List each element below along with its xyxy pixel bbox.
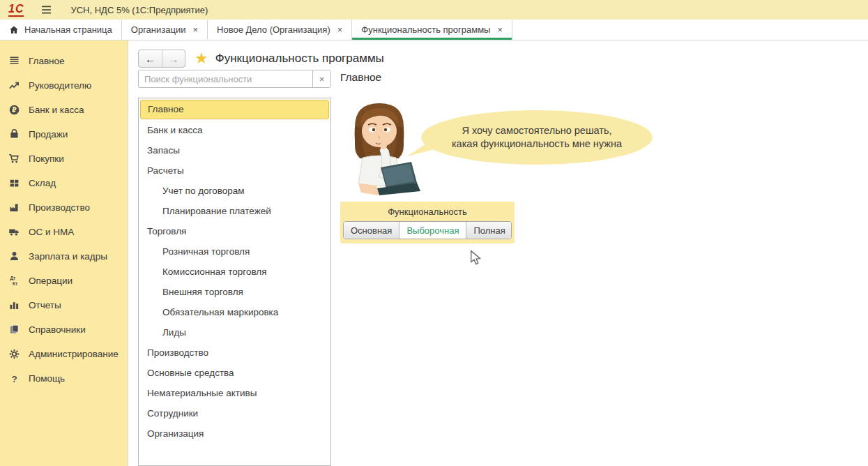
- sidebar-item-label: Склад: [29, 178, 56, 188]
- tab-label: Организации: [131, 24, 186, 35]
- tab-close-icon[interactable]: ×: [497, 25, 503, 34]
- home-icon: [9, 25, 19, 35]
- main-menu-icon[interactable]: [40, 5, 52, 15]
- speech-bubble-line2: какая функциональность мне нужна: [452, 137, 622, 151]
- app-window: 1С УСН, НДС 5% (1С:Предприятие) Начальна…: [0, 0, 868, 466]
- sidebar-item-label: Операции: [29, 276, 73, 286]
- tab-label: Новое Дело (Организация): [217, 24, 330, 35]
- sidebar-item-salary-hr[interactable]: Зарплата и кадры: [0, 244, 128, 269]
- sidebar: ГлавноеРуководителю₽Банк и кассаПродажиП…: [0, 40, 128, 466]
- list-item[interactable]: Главное: [140, 100, 329, 119]
- list-item[interactable]: Розничная торговля: [139, 241, 330, 262]
- sidebar-item-label: Справочники: [29, 324, 86, 335]
- cart-icon: [8, 153, 20, 165]
- sidebar-item-warehouse[interactable]: Склад: [0, 171, 128, 195]
- list-item[interactable]: Запасы: [139, 140, 330, 160]
- assistant-character-illustration: [337, 99, 421, 204]
- functionality-panel: Функциональность ОсновнаяВыборочнаяПолна…: [340, 202, 515, 243]
- sidebar-item-operations[interactable]: ДтКтОперации: [0, 269, 128, 293]
- svg-text:₽: ₽: [12, 106, 17, 114]
- list-item[interactable]: Комиссионная торговля: [139, 262, 330, 282]
- sidebar-item-help[interactable]: ?Помощь: [0, 366, 128, 391]
- tab-close-icon[interactable]: ×: [337, 25, 343, 34]
- list-item[interactable]: Лиды: [139, 322, 330, 343]
- sidebar-item-manager[interactable]: Руководителю: [0, 73, 128, 98]
- sidebar-item-purchases[interactable]: Покупки: [0, 146, 128, 171]
- speech-bubble: Я хочу самостоятельно решать, какая функ…: [421, 110, 653, 165]
- main-panel: ← → ★ Функциональность программы × Главн…: [128, 40, 868, 466]
- history-nav-group: ← →: [138, 50, 185, 68]
- page-title: Функциональность программы: [215, 52, 384, 66]
- list-item[interactable]: Сотрудники: [139, 403, 330, 423]
- list-item[interactable]: Учет по договорам: [139, 181, 330, 201]
- tab-functionality[interactable]: Функциональность программы×: [352, 20, 512, 40]
- menu-icon: [8, 55, 20, 67]
- list-item[interactable]: Нематериальные активы: [139, 383, 330, 403]
- list-item[interactable]: Обязательная маркировка: [139, 302, 330, 322]
- tab-new-deal[interactable]: Новое Дело (Организация)×: [208, 20, 352, 40]
- sidebar-item-bank-cash[interactable]: ₽Банк и касса: [0, 98, 128, 122]
- navigation-row: ← → ★ Функциональность программы: [138, 50, 384, 68]
- 1c-logo[interactable]: 1С: [8, 3, 24, 17]
- list-item[interactable]: Внешняя торговля: [139, 282, 330, 302]
- tab-label: Начальная страница: [24, 24, 112, 35]
- bars-icon: [8, 299, 20, 311]
- title-bar: 1С УСН, НДС 5% (1С:Предприятие): [0, 0, 868, 20]
- tab-bar: Начальная страницаОрганизации×Новое Дело…: [0, 20, 868, 40]
- list-item[interactable]: Планирование платежей: [139, 201, 330, 221]
- functionality-option-basic[interactable]: Основная: [344, 222, 399, 239]
- sidebar-item-main[interactable]: Главное: [0, 49, 128, 73]
- svg-text:?: ?: [11, 374, 17, 384]
- back-button[interactable]: ←: [139, 50, 162, 67]
- list-item[interactable]: Основные средства: [139, 363, 330, 383]
- list-item[interactable]: Производство: [139, 343, 330, 363]
- section-heading: Главное: [340, 71, 381, 84]
- mouse-cursor: [469, 250, 482, 266]
- search-box: ×: [138, 70, 331, 88]
- sidebar-item-administration[interactable]: Администрирование: [0, 342, 128, 366]
- functionality-options-group: ОсновнаяВыборочнаяПолная: [343, 221, 512, 239]
- list-item[interactable]: Торговля: [139, 221, 330, 241]
- sidebar-item-label: Банк и касса: [29, 105, 84, 115]
- books-icon: [8, 324, 20, 336]
- tab-home[interactable]: Начальная страница: [0, 20, 122, 40]
- window-title: УСН, НДС 5% (1С:Предприятие): [70, 5, 208, 15]
- sidebar-item-label: Помощь: [29, 373, 65, 384]
- list-item[interactable]: Банк и касса: [139, 120, 330, 140]
- list-item[interactable]: Организация: [139, 423, 330, 444]
- sidebar-item-label: Зарплата и кадры: [29, 251, 107, 262]
- question-icon: ?: [8, 373, 20, 384]
- svg-text:Кт: Кт: [13, 281, 18, 286]
- factory-icon: [8, 202, 20, 213]
- sidebar-item-label: Отчеты: [29, 300, 61, 310]
- list-item[interactable]: Расчеты: [139, 160, 330, 181]
- dtkt-icon: ДтКт: [8, 275, 20, 287]
- functionality-option-custom[interactable]: Выборочная: [399, 222, 466, 239]
- search-input[interactable]: [139, 70, 312, 87]
- bag-icon: [8, 128, 20, 140]
- clear-search-icon[interactable]: ×: [312, 70, 330, 87]
- sidebar-item-label: Продажи: [29, 129, 68, 140]
- sidebar-item-fixed-assets[interactable]: ОС и НМА: [0, 220, 128, 244]
- tab-label: Функциональность программы: [361, 24, 490, 35]
- favorite-star-icon[interactable]: ★: [195, 51, 208, 66]
- functionality-panel-title: Функциональность: [340, 206, 515, 217]
- sidebar-item-label: Администрирование: [29, 349, 119, 359]
- functionality-section-list: ГлавноеБанк и кассаЗапасыРасчетыУчет по …: [138, 98, 331, 466]
- sidebar-item-label: ОС и НМА: [29, 227, 74, 237]
- person-icon: [8, 250, 20, 262]
- gear-icon: [8, 348, 20, 360]
- sidebar-item-label: Покупки: [29, 153, 64, 164]
- sidebar-item-reports[interactable]: Отчеты: [0, 293, 128, 317]
- sidebar-item-production[interactable]: Производство: [0, 195, 128, 220]
- sidebar-item-label: Руководителю: [29, 80, 91, 91]
- functionality-option-full[interactable]: Полная: [466, 222, 512, 239]
- sidebar-item-sales[interactable]: Продажи: [0, 122, 128, 146]
- grid-icon: [8, 177, 20, 189]
- sidebar-item-label: Главное: [29, 56, 65, 66]
- forward-button[interactable]: →: [162, 50, 185, 67]
- tab-organizations[interactable]: Организации×: [122, 20, 208, 40]
- sidebar-item-directories[interactable]: Справочники: [0, 317, 128, 342]
- tab-close-icon[interactable]: ×: [192, 25, 198, 34]
- trend-icon: [8, 80, 20, 91]
